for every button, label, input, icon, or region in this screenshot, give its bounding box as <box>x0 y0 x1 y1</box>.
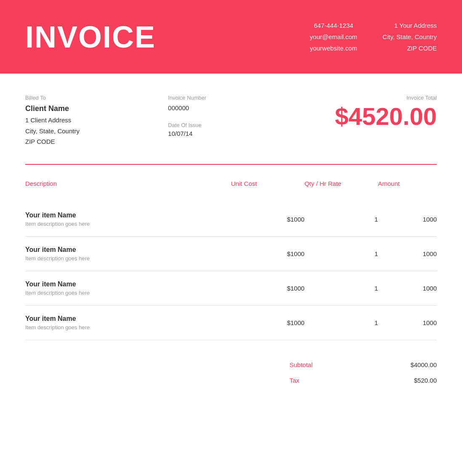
billed-to-label: Billed To <box>25 95 159 101</box>
row-item-name-3: Your item Name <box>25 315 231 323</box>
invoice-meta-section: Invoice Number 000000 Date Of Issue 10/0… <box>159 95 302 137</box>
table-rows-container: Your item Name Item description goes her… <box>25 202 437 340</box>
contact-center: 647-444-1234 your@email.com yourwebsite.… <box>310 20 357 54</box>
totals-table: Subtotal $4000.00 Tax $520.00 <box>289 357 437 388</box>
date-of-issue-label: Date Of Issue <box>168 122 302 128</box>
row-amount-0: 1000 <box>378 216 437 223</box>
col-header-description: Description <box>25 172 231 195</box>
invoice-title: INVOICE <box>25 20 156 54</box>
tax-row: Tax $520.00 <box>289 373 437 388</box>
row-item-name-2: Your item Name <box>25 280 231 288</box>
col-header-amount: Amount <box>378 172 437 195</box>
row-qty-3: 1 <box>305 319 378 326</box>
header-phone: 647-444-1234 <box>310 20 357 31</box>
invoice-total-value: $4520.00 <box>303 104 437 129</box>
header-contact: 647-444-1234 your@email.com yourwebsite.… <box>310 20 437 54</box>
billed-to-section: Billed To Client Name 1 Client Address C… <box>25 95 159 147</box>
date-of-issue-value: 10/07/14 <box>168 130 302 137</box>
invoice-total-label: Invoice Total <box>303 95 437 101</box>
row-item-desc-1: Item description goes here <box>25 255 231 262</box>
row-qty-2: 1 <box>305 285 378 292</box>
row-unit-cost-2: $1000 <box>231 285 305 292</box>
table-row: Your item Name Item description goes her… <box>25 237 437 271</box>
row-description-3: Your item Name Item description goes her… <box>25 315 231 331</box>
row-item-desc-3: Item description goes here <box>25 324 231 331</box>
row-unit-cost-1: $1000 <box>231 250 305 257</box>
subtotal-row: Subtotal $4000.00 <box>289 357 437 373</box>
subtotal-label: Subtotal <box>289 361 313 368</box>
invoice-number-value: 000000 <box>168 104 302 111</box>
tax-value: $520.00 <box>414 377 437 384</box>
row-amount-2: 1000 <box>378 285 437 292</box>
col-header-qty: Qty / Hr Rate <box>305 172 378 195</box>
invoice-table: Description Unit Cost Qty / Hr Rate Amou… <box>25 165 437 340</box>
client-address-1: 1 Client Address <box>25 115 159 126</box>
tax-label: Tax <box>289 377 299 384</box>
totals-section: Subtotal $4000.00 Tax $520.00 <box>25 357 437 388</box>
row-description-1: Your item Name Item description goes her… <box>25 246 231 262</box>
client-city: City, State, Country <box>25 126 159 137</box>
client-zip: ZIP CODE <box>25 136 159 147</box>
header-city-state: City, State, Country <box>382 31 437 42</box>
table-header: Description Unit Cost Qty / Hr Rate Amou… <box>25 165 437 202</box>
row-description-0: Your item Name Item description goes her… <box>25 212 231 227</box>
table-row: Your item Name Item description goes her… <box>25 202 437 237</box>
table-row: Your item Name Item description goes her… <box>25 271 437 306</box>
subtotal-value: $4000.00 <box>410 361 437 368</box>
row-description-2: Your item Name Item description goes her… <box>25 280 231 296</box>
header-zip: ZIP CODE <box>382 42 437 54</box>
row-qty-1: 1 <box>305 250 378 257</box>
invoice-total-section: Invoice Total $4520.00 <box>303 95 437 129</box>
row-item-name-1: Your item Name <box>25 246 231 254</box>
invoice-container: INVOICE 647-444-1234 your@email.com your… <box>0 0 462 476</box>
contact-right: 1 Your Address City, State, Country ZIP … <box>382 20 437 54</box>
row-unit-cost-3: $1000 <box>231 319 305 326</box>
row-qty-0: 1 <box>305 216 378 223</box>
row-unit-cost-0: $1000 <box>231 216 305 223</box>
header-email: your@email.com <box>310 31 357 42</box>
invoice-header: INVOICE 647-444-1234 your@email.com your… <box>0 0 462 74</box>
invoice-number-label: Invoice Number <box>168 95 302 101</box>
table-row: Your item Name Item description goes her… <box>25 306 437 340</box>
header-website: yourwebsite.com <box>310 42 357 54</box>
row-amount-1: 1000 <box>378 250 437 257</box>
header-address: 1 Your Address <box>382 20 437 31</box>
row-item-desc-2: Item description goes here <box>25 290 231 296</box>
row-amount-3: 1000 <box>378 319 437 326</box>
row-item-desc-0: Item description goes here <box>25 221 231 227</box>
billing-section: Billed To Client Name 1 Client Address C… <box>0 74 462 160</box>
col-header-unit-cost: Unit Cost <box>231 172 305 195</box>
client-name: Client Name <box>25 104 159 113</box>
row-item-name-0: Your item Name <box>25 212 231 219</box>
